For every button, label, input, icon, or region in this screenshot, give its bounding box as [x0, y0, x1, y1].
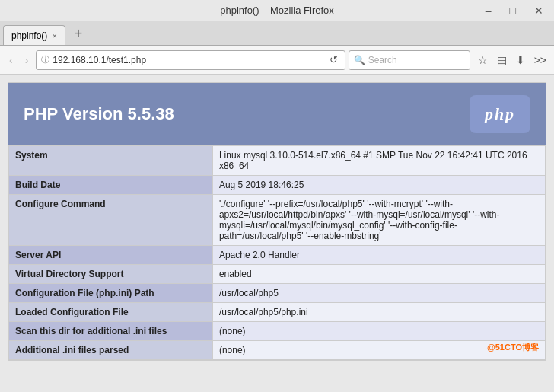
pocket-icon[interactable]: ⬇	[513, 53, 528, 68]
search-icon: 🔍	[354, 55, 365, 65]
php-container: PHP Version 5.5.38 php SystemLinux mysql…	[8, 82, 546, 361]
row-label: Additional .ini files parsed	[9, 341, 213, 360]
row-value: './configure' '--prefix=/usr/local/php5'…	[212, 195, 545, 246]
bookmark-icon[interactable]: ☆	[475, 53, 491, 68]
new-tab-button[interactable]: +	[68, 24, 89, 43]
address-text: 192.168.10.1/test1.php	[53, 55, 323, 65]
page-wrapper: PHP Version 5.5.38 php SystemLinux mysql…	[8, 82, 546, 361]
table-row: Additional .ini files parsed(none)	[9, 341, 546, 360]
window-title: phpinfo() – Mozilla Firefox	[220, 5, 334, 16]
row-label: Virtual Directory Support	[9, 265, 213, 284]
reader-icon[interactable]: ▤	[494, 53, 510, 68]
row-label: Scan this dir for additional .ini files	[9, 322, 213, 341]
row-value: (none)	[212, 322, 545, 341]
row-value: enabled	[212, 265, 545, 284]
info-icon: ⓘ	[41, 54, 49, 65]
row-label: Build Date	[9, 176, 213, 195]
address-bar[interactable]: ⓘ 192.168.10.1/test1.php ↺	[36, 50, 345, 70]
close-button[interactable]: ✕	[530, 3, 548, 18]
row-value: Aug 5 2019 18:46:25	[212, 176, 545, 195]
row-label: Configure Command	[9, 195, 213, 246]
info-table: SystemLinux mysql 3.10.0-514.el7.x86_64 …	[8, 145, 546, 360]
php-header: PHP Version 5.5.38 php	[8, 83, 546, 145]
row-label: Server API	[9, 246, 213, 265]
table-row: Scan this dir for additional .ini files(…	[9, 322, 546, 341]
tab-close-button[interactable]: ×	[52, 31, 56, 40]
window-controls[interactable]: – □ ✕	[481, 3, 548, 18]
nav-extra-icons: ☆ ▤ ⬇ >>	[475, 53, 549, 68]
php-logo-text: php	[485, 104, 515, 124]
active-tab[interactable]: phpinfo() ×	[3, 25, 65, 45]
table-row: SystemLinux mysql 3.10.0-514.el7.x86_64 …	[9, 146, 546, 176]
table-row: Configuration File (php.ini) Path/usr/lo…	[9, 284, 546, 303]
watermark: @51CTO博客	[487, 342, 539, 353]
row-value: /usr/local/php5/php.ini	[212, 303, 545, 322]
table-row: Build DateAug 5 2019 18:46:25	[9, 176, 546, 195]
refresh-button[interactable]: ↺	[327, 54, 340, 65]
row-value: /usr/local/php5	[212, 284, 545, 303]
search-box[interactable]: 🔍 Search	[349, 50, 470, 70]
maximize-button[interactable]: □	[505, 3, 521, 18]
row-label: Loaded Configuration File	[9, 303, 213, 322]
minimize-button[interactable]: –	[481, 3, 496, 18]
table-row: Configure Command'./configure' '--prefix…	[9, 195, 546, 246]
titlebar: phpinfo() – Mozilla Firefox – □ ✕	[0, 0, 554, 21]
more-icon[interactable]: >>	[531, 53, 549, 68]
navbar: ‹ › ⓘ 192.168.10.1/test1.php ↺ 🔍 Search …	[0, 46, 554, 75]
row-label: Configuration File (php.ini) Path	[9, 284, 213, 303]
search-placeholder: Search	[368, 55, 465, 65]
tab-label: phpinfo()	[11, 30, 47, 41]
table-row: Server APIApache 2.0 Handler	[9, 246, 546, 265]
back-button[interactable]: ‹	[5, 51, 18, 69]
forward-button[interactable]: ›	[21, 51, 33, 69]
row-label: System	[9, 146, 213, 176]
row-value: Apache 2.0 Handler	[212, 246, 545, 265]
php-logo: php	[470, 95, 530, 133]
table-row: Virtual Directory Supportenabled	[9, 265, 546, 284]
tabbar: phpinfo() × +	[0, 21, 554, 46]
page-content: PHP Version 5.5.38 php SystemLinux mysql…	[0, 75, 554, 392]
php-version-title: PHP Version 5.5.38	[24, 104, 174, 124]
table-row: Loaded Configuration File/usr/local/php5…	[9, 303, 546, 322]
row-value: Linux mysql 3.10.0-514.el7.x86_64 #1 SMP…	[212, 146, 545, 176]
